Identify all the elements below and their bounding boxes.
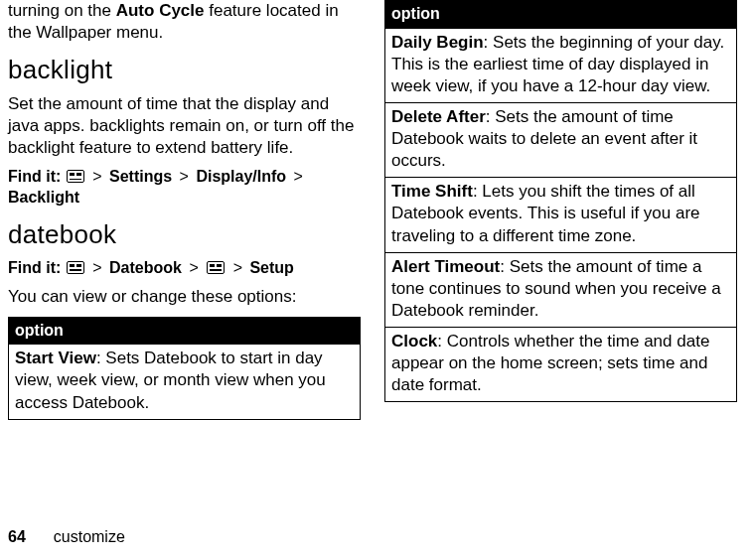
option-row: Clock: Controls whether the time and dat… <box>385 327 736 401</box>
gt: > <box>189 259 198 276</box>
option-label: Daily Begin <box>391 33 484 52</box>
option-table-right: option Daily Begin: Sets the beginning o… <box>384 0 737 402</box>
two-columns: turning on the Auto Cycle feature locate… <box>8 0 746 420</box>
option-header: option <box>385 1 736 28</box>
datebook-findit: Find it: > Datebook > > Setup <box>8 258 361 279</box>
path-backlight: Backlight <box>8 189 79 206</box>
gt: > <box>294 168 303 185</box>
option-row: Start View: Sets Datebook to start in da… <box>9 344 360 418</box>
page-number: 64 <box>8 528 26 545</box>
menu-key-icon <box>207 261 225 274</box>
backlight-heading: backlight <box>8 54 361 87</box>
option-table-left: option Start View: Sets Datebook to star… <box>8 317 361 420</box>
gt: > <box>92 168 101 185</box>
option-row: Daily Begin: Sets the beginning of your … <box>385 28 736 102</box>
page-footer: 64customize <box>8 528 125 546</box>
datebook-heading: datebook <box>8 218 361 252</box>
option-label: Start View <box>15 349 96 367</box>
right-column: option Daily Begin: Sets the beginning o… <box>384 0 737 420</box>
option-label: Time Shift <box>391 182 473 201</box>
backlight-findit: Find it: > Settings > Display/Info > Bac… <box>8 167 361 209</box>
wallpaper-intro: turning on the Auto Cycle feature locate… <box>8 0 361 44</box>
section-name: customize <box>54 528 125 545</box>
gt: > <box>92 259 101 276</box>
gt: > <box>180 168 189 185</box>
intro-pre: turning on the <box>8 1 116 20</box>
option-label: Clock <box>391 332 437 350</box>
option-desc: : Controls whether the time and date app… <box>391 332 709 394</box>
page: turning on the Auto Cycle feature locate… <box>0 0 754 560</box>
path-datebook: Datebook <box>109 259 182 276</box>
left-column: turning on the Auto Cycle feature locate… <box>8 0 361 420</box>
menu-key-icon <box>67 170 84 183</box>
auto-cycle-feature: Auto Cycle <box>116 1 205 20</box>
path-setup: Setup <box>249 259 293 276</box>
findit-label: Find it: <box>8 168 61 185</box>
option-row: Alert Timeout: Sets the amount of time a… <box>385 252 736 327</box>
option-row: Time Shift: Lets you shift the times of … <box>385 177 736 251</box>
option-label: Alert Timeout <box>391 257 500 276</box>
gt: > <box>233 259 242 276</box>
option-row: Delete After: Sets the amount of time Da… <box>385 102 736 177</box>
option-header: option <box>9 318 360 345</box>
path-settings: Settings <box>109 168 172 185</box>
menu-key-icon <box>67 261 84 274</box>
datebook-body: You can view or change these options: <box>8 286 361 308</box>
backlight-body: Set the amount of time that the display … <box>8 93 361 159</box>
findit-label: Find it: <box>8 259 61 276</box>
path-display: Display/Info <box>196 168 286 185</box>
option-label: Delete After <box>391 107 486 126</box>
